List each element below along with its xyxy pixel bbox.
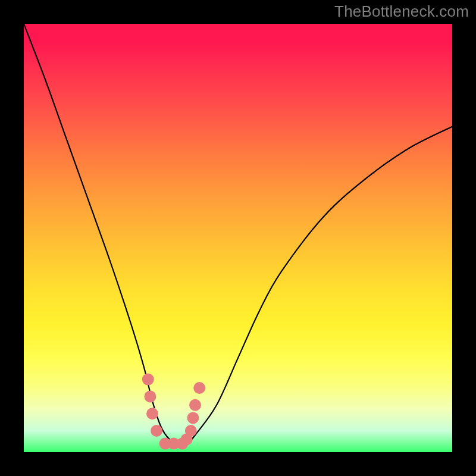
bottleneck-curve	[24, 24, 452, 444]
data-marker	[146, 408, 158, 419]
plot-area	[24, 24, 452, 452]
data-marker	[185, 425, 197, 437]
data-marker	[151, 425, 162, 437]
chart-stage: TheBottleneck.com	[0, 0, 476, 476]
data-marker	[193, 382, 205, 394]
data-marker	[142, 374, 154, 386]
data-marker	[144, 390, 156, 402]
marker-group	[142, 374, 205, 450]
data-marker	[189, 399, 201, 411]
watermark-text: TheBottleneck.com	[334, 2, 469, 21]
data-marker	[187, 412, 199, 424]
curve-layer	[24, 24, 452, 452]
